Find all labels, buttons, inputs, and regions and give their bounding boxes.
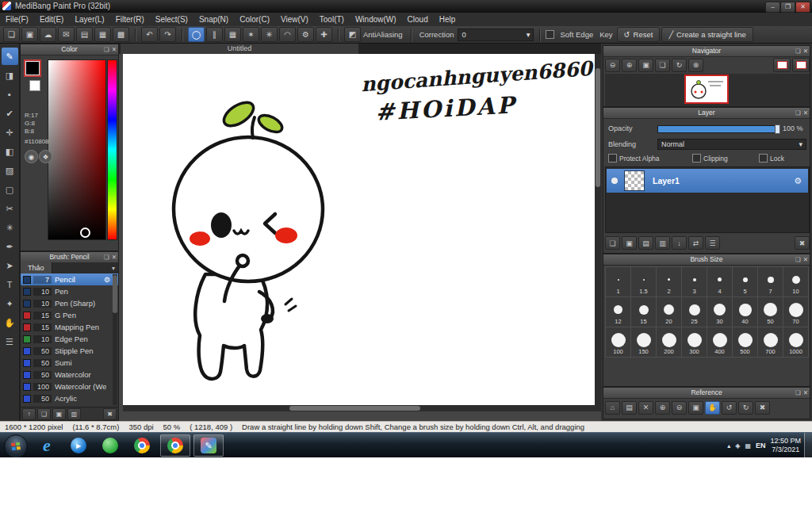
brush-item[interactable]: 10 Edge Pen — [21, 333, 118, 345]
snap-add-icon[interactable]: ✚ — [316, 27, 332, 42]
brush-item[interactable]: 10 Pen — [21, 285, 118, 297]
nav-preview-button[interactable] — [773, 58, 791, 72]
brush-item[interactable]: 50 Sumi — [21, 357, 118, 369]
brush-size-option[interactable]: 3 — [681, 266, 707, 297]
taskbar-green-app-button[interactable] — [95, 434, 125, 457]
brush-item[interactable]: 50 Stipple Pen — [21, 345, 118, 357]
opacity-slider[interactable] — [657, 125, 779, 133]
brush-item[interactable]: 15 G Pen — [21, 309, 118, 321]
close-icon[interactable]: ✕ — [803, 388, 808, 398]
nav-preview-button[interactable] — [792, 58, 810, 72]
message-icon[interactable]: ✉ — [58, 27, 75, 42]
text-tool[interactable]: T — [2, 276, 18, 293]
show-desktop-button[interactable] — [804, 433, 812, 458]
close-icon[interactable]: ✕ — [112, 44, 117, 55]
close-icon[interactable]: ✕ — [803, 254, 808, 265]
lasso-tool[interactable]: ✂ — [2, 200, 18, 217]
reset-button[interactable]: ↺ Reset — [617, 27, 661, 42]
start-button[interactable] — [4, 434, 28, 458]
reorder-icon[interactable]: ↑ — [22, 408, 36, 420]
pen-tool[interactable]: ✒ — [2, 238, 18, 255]
brush-size-option[interactable]: 150 — [630, 327, 657, 358]
clipping-checkbox[interactable]: Clipping — [692, 154, 728, 163]
brush-item[interactable]: 50 Acrylic — [21, 392, 118, 404]
popout-icon[interactable]: ❏ — [795, 46, 801, 56]
new-brush-icon[interactable]: ❏ — [37, 408, 51, 420]
menu-window[interactable]: Window(W) — [350, 13, 402, 26]
brush-size-option[interactable]: 300 — [681, 327, 707, 358]
duplicate-layer-icon[interactable]: ▤ — [638, 236, 653, 250]
folder-icon[interactable]: ▤ — [622, 401, 637, 415]
brush-size-option[interactable]: 5 — [732, 266, 758, 297]
brush-size-option[interactable]: 200 — [656, 327, 682, 358]
menu-file[interactable]: File(F) — [0, 13, 34, 26]
home-icon[interactable]: ⌂ — [605, 401, 620, 415]
antialiasing-toggle[interactable]: ◩ AntiAliasing — [344, 27, 405, 42]
show-hidden-icons[interactable]: ▴ — [727, 442, 730, 449]
brush-size-option[interactable]: 700 — [757, 327, 783, 358]
horizontal-scrollbar[interactable] — [123, 405, 595, 411]
menu-tool[interactable]: Tool(T) — [314, 13, 350, 26]
popout-icon[interactable]: ❏ — [795, 388, 801, 398]
new-canvas-icon[interactable]: ❏ — [3, 27, 20, 42]
material-panel-icon[interactable]: ▩ — [113, 27, 129, 42]
snap-radial-icon[interactable]: ✳ — [261, 27, 278, 42]
minimize-button[interactable]: – — [765, 2, 780, 13]
new-folder-icon[interactable]: ▣ — [622, 236, 637, 250]
create-straight-line-button[interactable]: ╱ Create a straight line — [661, 27, 753, 42]
merge-down-icon[interactable]: ↓ — [672, 236, 687, 250]
protect-alpha-checkbox[interactable]: Protect Alpha — [608, 154, 660, 163]
slider-thumb[interactable] — [775, 124, 780, 134]
scrollbar-thumb[interactable] — [113, 275, 117, 313]
brush-item[interactable]: 10 Pen (Sharp) — [21, 297, 118, 309]
brush-size-option[interactable]: 500 — [732, 327, 758, 358]
brush-item[interactable]: 15 Mapping Pen — [21, 321, 118, 333]
taskbar-media-player-button[interactable]: ▶ — [63, 434, 94, 457]
network-icon[interactable]: ◈ — [735, 442, 740, 449]
chevron-down-icon[interactable]: ▾ — [112, 265, 115, 272]
eyedropper-tool[interactable]: ✦ — [2, 295, 18, 312]
brush-list-scrollbar[interactable] — [113, 274, 117, 405]
snap-parallel-icon[interactable]: ∥ — [206, 27, 223, 42]
close-icon[interactable]: ✕ — [803, 108, 808, 118]
menu-color[interactable]: Color(C) — [234, 13, 275, 26]
taskbar-ie-button[interactable]: e — [32, 434, 62, 457]
cloud-icon[interactable]: ☁ — [40, 27, 56, 42]
taskbar-chrome-button[interactable] — [127, 434, 157, 457]
clear-icon[interactable]: ✕ — [638, 401, 653, 415]
taskbar-chrome-window-button[interactable] — [160, 434, 190, 457]
drawing-canvas[interactable]: ngocanhnguyen6860 #HOiDAP — [123, 54, 595, 405]
brush-size-option[interactable]: 30 — [707, 296, 733, 327]
brush-size-option[interactable]: 10 — [783, 266, 809, 297]
brush-size-option[interactable]: 70 — [783, 296, 809, 327]
brush-group-tab[interactable]: Thảo — [21, 262, 52, 273]
menu-cloud[interactable]: Cloud — [402, 13, 434, 26]
transfer-layer-icon[interactable]: ▥ — [655, 236, 670, 250]
menu-layer[interactable]: Layer(L) — [69, 13, 109, 26]
restore-button[interactable]: ❐ — [780, 2, 795, 13]
background-color-swatch[interactable] — [29, 80, 40, 91]
gradient-tool[interactable]: ▨ — [2, 162, 18, 179]
brush-size-option[interactable]: 1 — [605, 266, 631, 297]
save-icon[interactable]: ▣ — [21, 27, 38, 42]
scrollbar-thumb[interactable] — [289, 406, 420, 411]
hue-slider[interactable] — [107, 59, 117, 240]
snap-settings-icon[interactable]: ⚙ — [297, 27, 314, 42]
brush-size-option[interactable]: 1000 — [783, 327, 809, 358]
zoom-out-icon[interactable]: ⊖ — [605, 59, 620, 72]
duplicate-brush-icon[interactable]: ▣ — [52, 408, 66, 420]
scrollbar-thumb[interactable] — [596, 68, 600, 187]
dot-tool[interactable]: ▪ — [2, 86, 18, 103]
layer-row[interactable]: Layer1 ⚙ — [607, 169, 808, 193]
document-tab[interactable]: Untitled — [121, 44, 358, 54]
gear-icon[interactable]: ⚙ — [794, 176, 802, 186]
language-indicator[interactable]: EN — [756, 442, 766, 449]
brush-size-option[interactable]: 4 — [707, 266, 733, 297]
brush-size-option[interactable]: 7 — [757, 266, 783, 297]
brush-size-option[interactable]: 100 — [605, 327, 631, 358]
brush-size-option[interactable]: 2 — [656, 266, 682, 297]
hand-icon[interactable]: ✋ — [705, 401, 720, 415]
saturation-value-picker[interactable] — [48, 59, 106, 240]
brush-item[interactable]: 100 Watercolor (We — [21, 381, 118, 392]
snap-ellipse-icon[interactable]: ◠ — [279, 27, 296, 42]
